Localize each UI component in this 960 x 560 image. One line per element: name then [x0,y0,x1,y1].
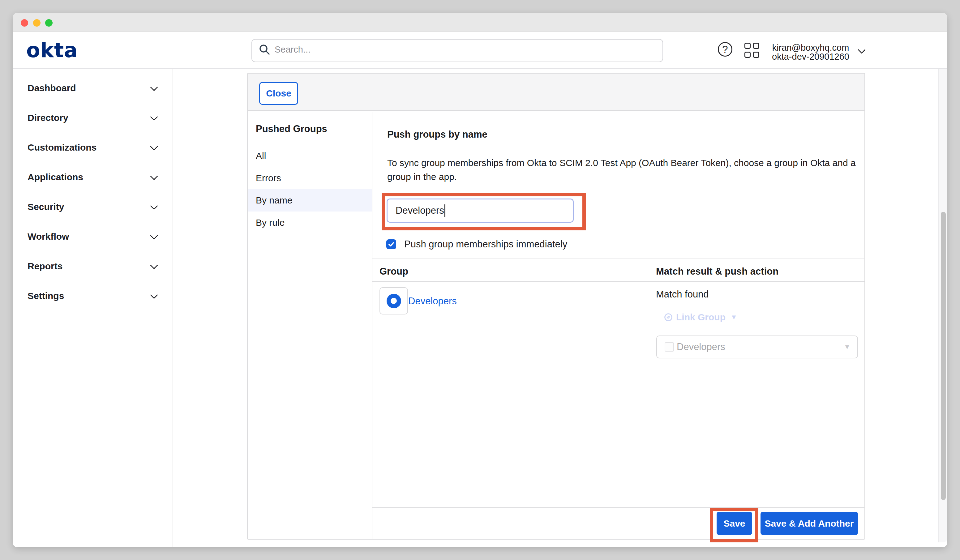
user-org: okta-dev-20901260 [767,52,854,61]
text-cursor [445,205,445,217]
dropdown-caret-icon: ▼ [844,343,851,351]
section-description: To sync group memberships from Okta to S… [387,156,865,184]
sidebar-item-applications[interactable]: Applications [13,162,173,192]
sidebar-item-dashboard[interactable]: Dashboard [13,73,173,103]
search-placeholder: Search... [275,45,310,55]
sidebar-item-directory[interactable]: Directory [13,103,173,133]
okta-group-icon [387,294,401,308]
help-icon[interactable]: ? [718,42,732,57]
table-top-border [372,259,865,259]
browser-window: okta Search... ? kiran@boxyhq.com okta-d… [13,13,947,547]
sidebar-item-reports[interactable]: Reports [13,251,173,281]
panel-header: Close [248,74,864,111]
nav-item-errors[interactable]: Errors [248,167,372,189]
push-by-name-content: Push groups by name To sync group member… [372,112,865,539]
column-header-match: Match result & push action [656,266,778,277]
chevron-down-icon [150,261,158,269]
vertical-scrollbar[interactable] [941,212,946,500]
chevron-down-icon [150,142,158,150]
user-account-menu[interactable]: kiran@boxyhq.com okta-dev-20901260 [767,43,854,61]
save-add-another-button[interactable]: Save & Add Another [760,512,858,535]
column-header-group: Group [379,266,408,277]
check-icon [387,241,395,248]
table-header-border [372,282,865,282]
push-immediately-checkbox[interactable] [386,239,396,249]
sidebar-item-security[interactable]: Security [13,192,173,222]
nav-item-all[interactable]: All [248,145,372,167]
chevron-down-icon [150,172,158,180]
window-titlebar [13,13,947,32]
pushed-groups-title: Pushed Groups [256,123,327,134]
group-link[interactable]: Developers [408,296,457,307]
chevron-down-icon [150,83,158,91]
match-status: Match found [656,289,709,300]
push-immediately-label: Push group memberships immediately [404,239,567,250]
sidebar-item-settings[interactable]: Settings [13,281,173,311]
sidebar-item-workflow[interactable]: Workflow [13,222,173,251]
table-row-border [372,363,865,363]
pushed-groups-nav: Pushed Groups All Errors By name By rule [248,112,372,539]
section-heading: Push groups by name [387,129,487,140]
close-window-button[interactable] [21,19,28,27]
group-name-input[interactable]: Developers [387,198,574,222]
search-icon [259,44,270,55]
close-button[interactable]: Close [259,82,298,105]
link-icon [664,313,672,321]
search-input[interactable]: Search... [251,39,663,62]
sidebar-nav: Dashboard Directory Customizations Appli… [13,69,173,547]
group-match-dropdown[interactable]: Developers ▼ [656,336,858,358]
save-button[interactable]: Save [717,512,752,535]
top-navbar: okta Search... ? kiran@boxyhq.com okta-d… [13,32,947,69]
minimize-window-button[interactable] [33,19,40,27]
dropdown-group-icon [665,342,674,352]
group-avatar [379,287,408,315]
link-group-caret-icon: ▼ [731,313,737,321]
sidebar-item-customizations[interactable]: Customizations [13,133,173,162]
okta-logo[interactable]: okta [26,40,78,60]
link-group-button[interactable]: Link Group ▼ [664,312,737,323]
push-groups-panel: Close Pushed Groups All Errors By name B… [247,73,865,539]
nav-item-by-name[interactable]: By name [248,189,372,211]
user-email: kiran@boxyhq.com [767,43,854,52]
chevron-down-icon [150,202,158,210]
chevron-down-icon [150,291,158,299]
footer-border [372,507,865,508]
chevron-down-icon [150,113,158,121]
chevron-down-icon [150,232,158,239]
apps-grid-icon[interactable] [744,43,759,58]
nav-item-by-rule[interactable]: By rule [248,211,372,234]
user-menu-chevron-icon[interactable] [859,47,864,53]
zoom-window-button[interactable] [45,19,53,27]
